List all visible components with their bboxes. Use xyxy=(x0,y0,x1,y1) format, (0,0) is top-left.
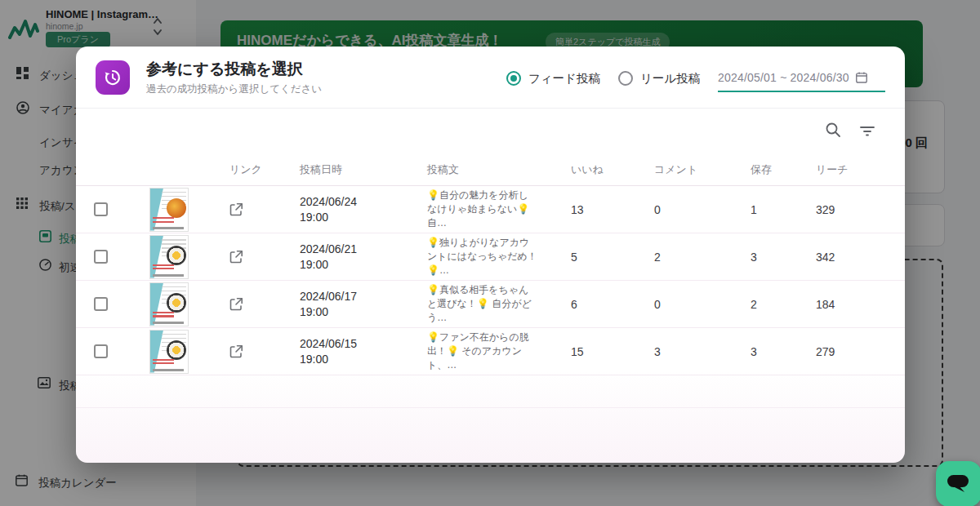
external-link-icon[interactable] xyxy=(229,344,300,358)
chat-launcher-button[interactable] xyxy=(936,461,980,506)
post-text: 💡独りよがりなアカウントにはなっちゃだめ！💡… xyxy=(427,236,538,277)
saves-value: 3 xyxy=(751,345,816,358)
date-range-value: 2024/05/01 ~ 2024/06/30 xyxy=(718,71,849,84)
comments-value: 0 xyxy=(654,203,751,216)
col-datetime: 投稿日時 xyxy=(300,162,427,177)
date-range-input[interactable]: 2024/05/01 ~ 2024/06/30 xyxy=(718,64,885,92)
post-thumbnail xyxy=(149,282,189,326)
radio-unselected-icon xyxy=(618,71,633,86)
table-header-row: リンク 投稿日時 投稿文 いいね コメント 保存 リーチ xyxy=(76,153,905,186)
post-text: 💡自分の魅力を分析しなけりゃ始まらない💡 自… xyxy=(427,189,538,230)
external-link-icon[interactable] xyxy=(229,202,300,216)
radio-reel-posts[interactable]: リール投稿 xyxy=(618,71,700,87)
col-link: リンク xyxy=(229,162,300,177)
table-row[interactable]: 2024/06/1719:00 💡真似る相手をちゃんと選びな！💡 自分がどう… … xyxy=(76,281,905,328)
radio-selected-icon xyxy=(506,71,521,86)
filter-icon[interactable] xyxy=(859,122,875,138)
table-row[interactable]: 2024/06/2419:00 💡自分の魅力を分析しなけりゃ始まらない💡 自… … xyxy=(76,186,905,233)
reach-value: 184 xyxy=(816,298,885,311)
likes-value: 5 xyxy=(571,251,654,264)
modal-header: 参考にする投稿を選択 過去の成功投稿から選択してください フィード投稿 リール投… xyxy=(76,47,905,109)
saves-value: 2 xyxy=(751,298,816,311)
likes-value: 6 xyxy=(571,298,654,311)
post-datetime: 2024/06/2119:00 xyxy=(300,242,427,273)
saves-value: 1 xyxy=(751,203,816,216)
table-empty-row xyxy=(76,375,905,408)
radio-feed-posts[interactable]: フィード投稿 xyxy=(506,71,600,87)
post-thumbnail xyxy=(149,235,189,279)
post-thumbnail xyxy=(149,330,189,374)
row-checkbox[interactable] xyxy=(94,250,108,264)
post-datetime: 2024/06/1719:00 xyxy=(300,289,427,320)
saves-value: 3 xyxy=(751,251,816,264)
reach-value: 329 xyxy=(816,203,885,216)
col-saves: 保存 xyxy=(751,162,816,177)
screen: HINOME | Instagram… hinome.jp Proプラン ダッシ… xyxy=(0,0,980,506)
reach-value: 342 xyxy=(816,251,885,264)
comments-value: 3 xyxy=(654,345,751,358)
post-thumbnail xyxy=(149,188,189,232)
post-text: 💡ファン不在からの脱出！💡 そのアカウント、… xyxy=(427,331,538,372)
reach-value: 279 xyxy=(816,345,885,358)
likes-value: 15 xyxy=(571,345,654,358)
post-datetime: 2024/06/2419:00 xyxy=(300,194,427,225)
col-comments: コメント xyxy=(654,162,751,177)
likes-value: 13 xyxy=(571,203,654,216)
table-row[interactable]: 2024/06/1519:00 💡ファン不在からの脱出！💡 そのアカウント、… … xyxy=(76,328,905,375)
col-reach: リーチ xyxy=(816,162,885,177)
comments-value: 0 xyxy=(654,298,751,311)
history-icon xyxy=(96,60,130,95)
row-checkbox[interactable] xyxy=(94,344,108,358)
external-link-icon[interactable] xyxy=(229,297,300,311)
external-link-icon[interactable] xyxy=(229,250,300,264)
post-datetime: 2024/06/1519:00 xyxy=(300,336,427,367)
row-checkbox[interactable] xyxy=(94,202,108,216)
post-text: 💡真似る相手をちゃんと選びな！💡 自分がどう… xyxy=(427,283,538,325)
search-icon[interactable] xyxy=(825,122,841,138)
col-likes: いいね xyxy=(571,162,654,177)
table-row[interactable]: 2024/06/2119:00 💡独りよがりなアカウントにはなっちゃだめ！💡… … xyxy=(76,233,905,281)
select-post-modal: 参考にする投稿を選択 過去の成功投稿から選択してください フィード投稿 リール投… xyxy=(76,47,905,463)
row-checkbox[interactable] xyxy=(94,297,108,311)
col-text: 投稿文 xyxy=(427,162,571,177)
comments-value: 2 xyxy=(654,251,751,264)
modal-title: 参考にする投稿を選択 xyxy=(146,59,303,80)
modal-subtitle: 過去の成功投稿から選択してください xyxy=(146,82,322,96)
calendar-small-icon xyxy=(856,72,867,83)
table-toolbar xyxy=(76,109,905,153)
chat-bubble-icon xyxy=(947,473,971,495)
